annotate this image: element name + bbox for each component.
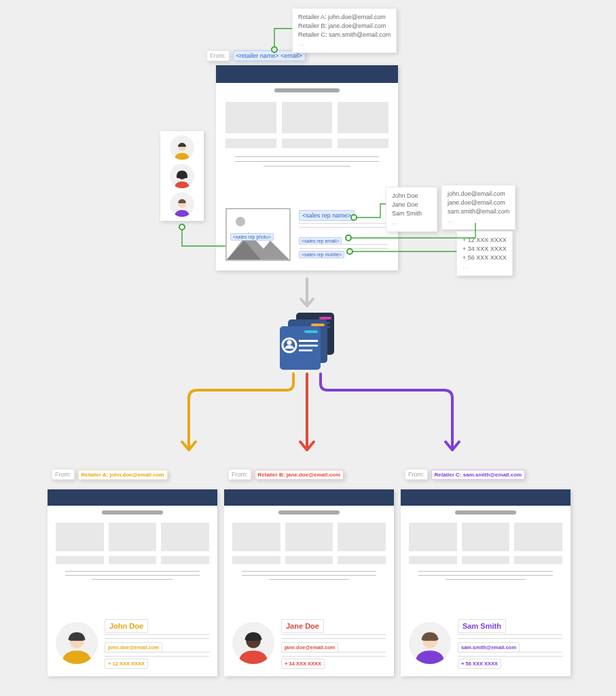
text-line — [235, 156, 379, 157]
tooltip-line: + 12 XXX XXXX — [463, 236, 507, 245]
result-mobile: + 34 XXX XXXX — [281, 659, 325, 669]
retailers-tooltip: Retailer A: john.doe@email.com Retailer … — [292, 8, 397, 53]
mobiles-tooltip: + 12 XXX XXXX + 34 XXX XXXX + 56 XXX XXX… — [456, 231, 513, 276]
content-block-sm — [462, 556, 510, 564]
result-email: john.doe@email.com — [105, 642, 162, 652]
tooltip-ellipsis: … — [448, 216, 509, 225]
text-line — [269, 579, 350, 580]
content-block-sm — [282, 139, 333, 148]
email-header-bar — [224, 489, 394, 506]
tooltip-line: Sam Smith — [392, 209, 431, 218]
result-name: Sam Smith — [458, 619, 506, 633]
sig-grey-line — [105, 656, 209, 657]
connector-dot — [179, 224, 185, 230]
tooltip-line: Jane Doe — [392, 201, 431, 209]
result-mobile: + 12 XXX XXXX — [105, 659, 148, 669]
from-value: Retailer B: jane.doe@email.com — [255, 470, 344, 480]
text-line — [92, 579, 173, 580]
content-block — [161, 523, 209, 551]
tooltip-ellipsis: … — [392, 218, 431, 227]
avatar-purple — [170, 192, 194, 217]
names-tooltip: John Doe Jane Doe Sam Smith … — [386, 187, 437, 232]
tooltip-line: John Doe — [392, 192, 431, 201]
content-block-sm — [56, 556, 104, 564]
sig-grey-line — [458, 638, 562, 639]
tooltip-line: Retailer A: john.doe@email.com — [298, 13, 391, 22]
email-header-bar — [216, 65, 398, 83]
sig-grey-line — [281, 638, 386, 639]
tooltip-line: + 34 XXX XXXX — [463, 245, 507, 254]
content-block-sm — [285, 556, 333, 564]
svg-point-15 — [287, 341, 292, 345]
avatar-stack-card — [160, 131, 204, 221]
avatar-yellow — [170, 135, 194, 160]
content-block — [232, 523, 280, 551]
content-block-sm — [338, 139, 388, 148]
content-block — [462, 523, 510, 551]
connector-dot — [350, 214, 357, 221]
sales-rep-photo-placeholder: <sales rep photo> — [225, 208, 291, 261]
contact-folders-icon — [277, 311, 338, 372]
svg-rect-7 — [319, 317, 331, 319]
content-block — [285, 523, 333, 551]
text-line — [418, 575, 553, 576]
tooltip-line: john.doe@email.com — [448, 190, 509, 198]
content-block — [109, 523, 157, 551]
sig-grey-line — [299, 223, 388, 224]
content-block-sm — [225, 139, 276, 148]
svg-rect-16 — [299, 340, 318, 342]
sig-grey-line — [458, 652, 562, 652]
result-mobile: + 56 XXX XXXX — [458, 659, 501, 669]
result-avatar — [232, 622, 274, 664]
svg-point-0 — [236, 217, 245, 226]
svg-rect-18 — [299, 349, 312, 351]
text-line — [65, 575, 200, 576]
tooltip-line: sam.smith@email.com — [448, 207, 509, 216]
from-value: Retailer A: john.doe@email.com — [78, 470, 168, 480]
svg-rect-11 — [311, 324, 325, 326]
tooltip-line: Retailer C: sam.smith@email.com — [298, 31, 391, 39]
arrow-down-icon — [299, 277, 315, 309]
svg-rect-13 — [304, 330, 318, 333]
content-block-sm — [161, 556, 209, 564]
sig-grey-line — [458, 634, 562, 635]
text-line — [242, 571, 376, 572]
template-from-row: From: <retailer name> <email> — [206, 50, 306, 61]
text-line — [264, 166, 350, 167]
content-block — [514, 523, 562, 551]
svg-rect-17 — [299, 345, 318, 347]
text-line — [446, 579, 526, 580]
result-avatar — [409, 622, 451, 664]
result-email-card: From: Retailer C: sam.smith@email.com — [401, 489, 570, 676]
content-block-sm — [109, 556, 157, 564]
photo-token: <sales rep photo> — [230, 233, 274, 241]
email-header-bar — [401, 489, 570, 506]
result-from-row: From: Retailer A: john.doe@email.com — [52, 469, 168, 480]
result-email: sam.smith@email.com — [458, 642, 520, 652]
sig-grey-line — [299, 227, 388, 228]
connector-dot — [345, 234, 352, 241]
tooltip-ellipsis: … — [463, 262, 507, 271]
content-block — [338, 523, 386, 551]
text-line — [65, 571, 200, 572]
content-block-sm — [232, 556, 280, 564]
sig-grey-line — [281, 652, 386, 652]
connector-dot — [346, 248, 353, 255]
from-value: Retailer C: sam.smith@email.com — [431, 470, 526, 480]
tooltip-ellipsis: … — [298, 39, 391, 48]
sig-grey-line — [281, 634, 386, 635]
result-from-row: From: Retailer B: jane.doe@email.com — [228, 469, 344, 480]
result-email: jane.doe@email.com — [281, 642, 338, 652]
content-block-sm — [338, 556, 386, 564]
result-name: John Doe — [105, 619, 148, 633]
sig-grey-line — [105, 638, 209, 639]
text-line — [235, 161, 379, 162]
content-block-sm — [409, 556, 457, 564]
branch-arrows — [0, 367, 616, 462]
sig-grey-line — [105, 652, 209, 652]
email-header-bar — [48, 489, 217, 506]
content-block — [282, 102, 333, 133]
from-label: From: — [206, 50, 230, 61]
sig-grey-line — [299, 244, 388, 245]
sig-grey-line — [458, 656, 562, 657]
